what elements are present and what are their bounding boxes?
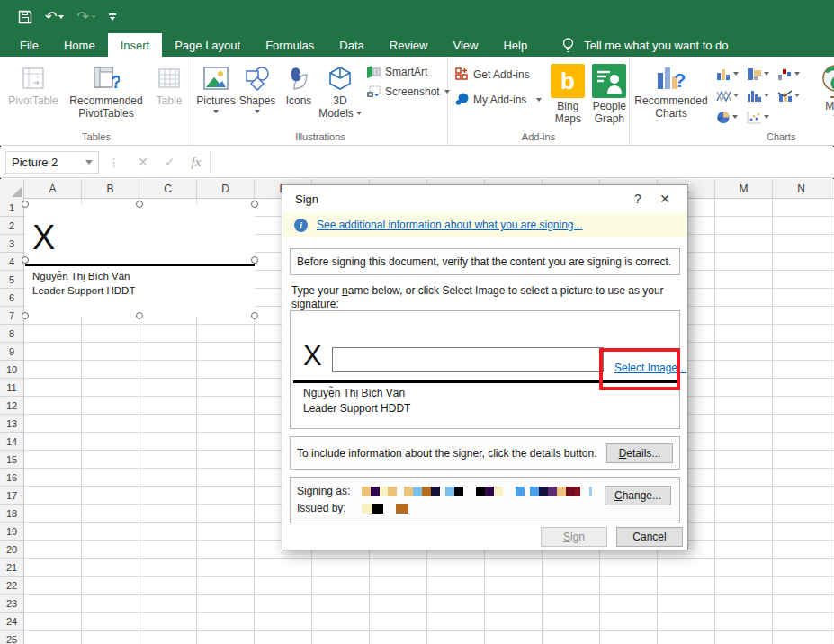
cancel-button[interactable]: Cancel bbox=[616, 527, 683, 547]
tab-home[interactable]: Home bbox=[51, 33, 108, 57]
tab-insert[interactable]: Insert bbox=[108, 33, 163, 57]
row-header[interactable]: 19 bbox=[0, 523, 23, 541]
smartart-button[interactable]: SmartArt bbox=[366, 66, 450, 78]
row-header[interactable]: 1 bbox=[0, 199, 23, 217]
dialog-title-bar[interactable]: Sign ? ✕ bbox=[282, 185, 687, 212]
resize-handle[interactable] bbox=[22, 201, 29, 208]
row-header[interactable]: 5 bbox=[0, 271, 23, 289]
row-header[interactable]: 15 bbox=[0, 451, 23, 469]
tab-review[interactable]: Review bbox=[377, 33, 441, 57]
dropdown-caret-icon[interactable] bbox=[58, 15, 64, 19]
change-button[interactable]: Change... bbox=[605, 486, 671, 505]
resize-handle[interactable] bbox=[251, 312, 258, 319]
dialog-title: Sign bbox=[295, 192, 624, 206]
people-graph-button[interactable]: People Graph bbox=[588, 58, 630, 125]
dialog-close-button[interactable]: ✕ bbox=[651, 192, 678, 206]
details-button[interactable]: Details... bbox=[606, 443, 673, 463]
insert-histogram-chart-button[interactable] bbox=[747, 85, 776, 105]
resize-handle[interactable] bbox=[251, 256, 258, 264]
row-header[interactable]: 23 bbox=[0, 595, 23, 613]
row-header[interactable]: 22 bbox=[0, 577, 23, 595]
insert-waterfall-chart-button[interactable] bbox=[777, 64, 806, 84]
column-header[interactable]: C bbox=[139, 179, 197, 199]
redaction-block bbox=[380, 487, 388, 496]
row-header[interactable]: 21 bbox=[0, 559, 23, 577]
3d-models-button[interactable]: 3D Models bbox=[319, 58, 361, 120]
insert-line-chart-button[interactable] bbox=[716, 85, 745, 105]
select-image-link[interactable]: Select Image... bbox=[614, 362, 686, 374]
row-header[interactable]: 25 bbox=[0, 631, 23, 644]
shapes-button[interactable]: Shapes bbox=[237, 58, 278, 113]
recommended-pivottables-button[interactable]: ? Recommended PivotTables bbox=[65, 58, 148, 120]
insert-scatter-chart-button[interactable] bbox=[747, 107, 776, 127]
pictures-button[interactable]: Pictures bbox=[195, 58, 237, 113]
column-header[interactable]: B bbox=[82, 179, 139, 199]
insert-bar-chart-button[interactable] bbox=[747, 64, 776, 84]
signing-as-section: Signing as: Issued by: Change... bbox=[290, 477, 680, 523]
row-header[interactable]: 13 bbox=[0, 415, 23, 433]
row-header[interactable]: 9 bbox=[0, 343, 23, 361]
row-header[interactable]: 3 bbox=[0, 235, 23, 253]
row-header[interactable]: 8 bbox=[0, 325, 23, 343]
row-header[interactable]: 24 bbox=[0, 613, 23, 631]
column-header[interactable]: N bbox=[773, 179, 830, 199]
formula-input[interactable] bbox=[210, 151, 832, 174]
resize-handle[interactable] bbox=[22, 256, 29, 264]
dropdown-caret-icon[interactable] bbox=[85, 160, 93, 165]
insert-pie-chart-button[interactable] bbox=[716, 107, 745, 127]
insert-function-icon[interactable]: fx bbox=[191, 155, 201, 170]
row-header[interactable]: 18 bbox=[0, 505, 23, 523]
customize-qat-button[interactable] bbox=[109, 13, 116, 21]
column-header[interactable]: A bbox=[24, 179, 82, 199]
tab-formulas[interactable]: Formulas bbox=[253, 33, 327, 57]
row-header[interactable]: 2 bbox=[0, 217, 23, 235]
row-header[interactable]: 16 bbox=[0, 469, 23, 487]
row-header[interactable]: 17 bbox=[0, 487, 23, 505]
row-header[interactable]: 14 bbox=[0, 433, 23, 451]
screenshot-button[interactable]: Screenshot bbox=[366, 85, 450, 98]
redaction-block bbox=[431, 487, 440, 496]
row-header[interactable]: 12 bbox=[0, 397, 23, 415]
dialog-help-button[interactable]: ? bbox=[624, 192, 651, 206]
insert-column-chart-button[interactable] bbox=[716, 64, 745, 84]
get-addins-button[interactable]: Get Add-ins bbox=[455, 67, 542, 81]
tab-view[interactable]: View bbox=[440, 33, 490, 57]
select-all-corner[interactable] bbox=[0, 179, 24, 199]
row-header[interactable]: 10 bbox=[0, 361, 23, 379]
tab-data[interactable]: Data bbox=[327, 33, 376, 57]
signature-name-input[interactable] bbox=[332, 347, 604, 372]
name-box[interactable]: Picture 2 bbox=[5, 151, 99, 174]
signing-as-value-redacted bbox=[362, 486, 592, 496]
signature-x-mark: X bbox=[303, 340, 322, 372]
additional-info-link[interactable]: See additional information about what yo… bbox=[317, 219, 583, 231]
resize-handle[interactable] bbox=[136, 312, 143, 319]
redaction-block bbox=[445, 487, 454, 496]
sign-button[interactable]: Sign bbox=[541, 527, 607, 547]
save-icon[interactable] bbox=[18, 10, 32, 24]
column-header[interactable]: M bbox=[715, 179, 773, 199]
insert-combo-chart-button[interactable] bbox=[777, 85, 806, 105]
my-addins-button[interactable]: My Add-ins bbox=[455, 93, 542, 106]
row-header[interactable]: 4 bbox=[0, 253, 23, 271]
row-header[interactable]: 7 bbox=[0, 307, 23, 325]
resize-handle[interactable] bbox=[136, 201, 143, 208]
row-header[interactable]: 6 bbox=[0, 289, 23, 307]
tab-help[interactable]: Help bbox=[490, 33, 540, 57]
resize-handle[interactable] bbox=[22, 312, 29, 319]
charts-group-label: Charts bbox=[632, 130, 834, 145]
tell-me-box[interactable]: Tell me what you want to do bbox=[561, 33, 728, 57]
tab-page-layout[interactable]: Page Layout bbox=[162, 33, 253, 57]
cancel-entry-icon: ✕ bbox=[138, 155, 148, 169]
column-header[interactable]: D bbox=[197, 179, 255, 199]
bing-maps-button[interactable]: b Bing Maps bbox=[547, 58, 588, 125]
tab-file[interactable]: File bbox=[7, 33, 51, 57]
recommended-pivottables-icon: ? bbox=[93, 62, 120, 94]
row-header[interactable]: 11 bbox=[0, 379, 23, 397]
row-header[interactable]: 20 bbox=[0, 541, 23, 559]
resize-handle[interactable] bbox=[251, 201, 258, 208]
maps-button[interactable]: Map bbox=[815, 58, 834, 119]
undo-button[interactable]: ↶ bbox=[45, 10, 64, 24]
icons-button[interactable]: Icons bbox=[278, 58, 319, 107]
recommended-charts-button[interactable]: ? Recommended Charts bbox=[632, 58, 711, 120]
signature-line-object[interactable]: X Nguyễn Thị Bích Vân Leader Support HDD… bbox=[25, 204, 255, 316]
